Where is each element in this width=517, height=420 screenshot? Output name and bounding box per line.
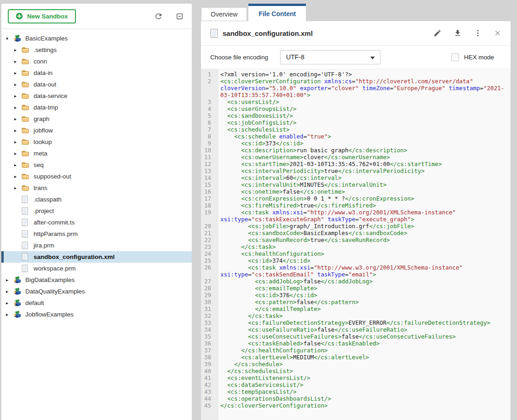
- tree-item-data-service[interactable]: ▸data-service: [1, 90, 192, 102]
- tab-file-content[interactable]: File Content: [248, 4, 306, 21]
- expand-arrow-icon[interactable]: ▸: [14, 59, 22, 64]
- tree-item-workspace.prm[interactable]: workspace.prm: [1, 263, 192, 274]
- expand-arrow-icon[interactable]: ▸: [14, 151, 22, 156]
- code-line: 35 <cs:useConsecutiveFailures>false</cs:…: [201, 333, 511, 340]
- expand-arrow-icon[interactable]: ▸: [14, 162, 22, 167]
- tree-item-graph[interactable]: ▸graph: [1, 113, 192, 125]
- line-number: 25: [201, 257, 215, 264]
- code-text: <?xml version='1.0' encoding='UTF-8'?>: [215, 71, 511, 78]
- new-sandbox-button[interactable]: New Sandbox: [8, 9, 76, 23]
- tree-item-seq[interactable]: ▸seq: [1, 159, 192, 171]
- tree-item-meta[interactable]: ▸meta: [1, 148, 192, 159]
- tree-item-httpParams.prm[interactable]: httpParams.prm: [1, 228, 192, 240]
- expand-arrow-icon[interactable]: ▸: [14, 139, 22, 144]
- tree-item-trans[interactable]: ▸trans: [1, 182, 192, 194]
- file-icon: [22, 196, 30, 203]
- tree-item-data-tmp[interactable]: ▸data-tmp: [1, 102, 192, 113]
- code-text: <cs:tempSpacesList/>: [215, 388, 511, 395]
- folder-icon: [22, 93, 30, 99]
- tree-item-default[interactable]: ▸default: [1, 297, 192, 309]
- expand-arrow-icon[interactable]: ▸: [14, 116, 22, 121]
- tree-item-label: sandbox_configuration.xml: [34, 253, 115, 260]
- folder-icon: [22, 173, 30, 179]
- code-text: <cs:useFailureRatio>false</cs:useFailure…: [215, 326, 511, 333]
- folder-icon: [22, 116, 30, 122]
- tree-item-lookup[interactable]: ▸lookup: [1, 136, 192, 148]
- code-line: 19 <cs:task xmlns:xsi="http://www.w3.org…: [201, 209, 511, 223]
- tree-item-supposed-out[interactable]: ▸supposed-out: [1, 171, 192, 182]
- tab-file-content-label: File Content: [258, 10, 296, 17]
- code-line: 14 <cs:interval>60</cs:interval>: [201, 174, 511, 181]
- tree-item-jira.prm[interactable]: jira.prm: [1, 240, 192, 251]
- expand-arrow-icon[interactable]: ▸: [14, 105, 22, 110]
- expand-arrow-icon[interactable]: ▸: [14, 93, 22, 98]
- tab-overview[interactable]: Overview: [201, 8, 247, 21]
- code-text: <cs:fireMisfired>true</cs:fireMisfired>: [215, 202, 511, 209]
- tree-item-BigDataExamples[interactable]: ▸BigDataExamples: [1, 274, 192, 286]
- tree-item-data-out[interactable]: ▸data-out: [1, 79, 192, 90]
- download-icon[interactable]: [454, 29, 462, 37]
- collapse-all-icon[interactable]: [176, 12, 184, 20]
- code-text: <cs:startTime>2021-03-10T13:35:45.762+01…: [215, 161, 511, 167]
- code-line: 40 </cs:schedulesList>: [201, 368, 511, 374]
- code-viewer[interactable]: 1<?xml version='1.0' encoding='UTF-8'?>2…: [201, 69, 511, 420]
- file-tree[interactable]: ▾BasicExamples▸.settings▸conn▸data-in▸da…: [1, 29, 192, 320]
- tree-item-.project[interactable]: .project: [1, 205, 192, 217]
- encoding-select[interactable]: UTF-8: [280, 50, 380, 64]
- line-number: 45: [201, 402, 215, 409]
- tree-item-BasicExamples[interactable]: ▾BasicExamples: [1, 33, 192, 44]
- tree-item-DataQualityExamples[interactable]: ▸DataQualityExamples: [1, 286, 192, 297]
- expand-arrow-icon[interactable]: ▸: [6, 312, 13, 317]
- folder-icon: [22, 150, 30, 156]
- file-icon: [22, 253, 30, 261]
- tree-item-after-commit.ts[interactable]: after-commit.ts: [1, 217, 192, 228]
- tree-item-label: data-in: [34, 69, 52, 76]
- sandbox-icon: [13, 311, 22, 318]
- tree-item-jobflow[interactable]: ▸jobflow: [1, 125, 192, 136]
- tree-item-.settings[interactable]: ▸.settings: [1, 44, 192, 56]
- expand-arrow-icon[interactable]: ▸: [14, 82, 22, 87]
- code-text: <cs:healthConfiguration>: [215, 250, 511, 257]
- expand-arrow-icon[interactable]: ▸: [6, 289, 13, 294]
- code-line: 10 <cs:description>run basic graph</cs:d…: [201, 147, 511, 154]
- tree-item-label: BasicExamples: [25, 35, 68, 42]
- expand-arrow-icon[interactable]: ▸: [14, 47, 22, 52]
- file-title: sandbox_configuration.xml: [223, 29, 313, 37]
- expand-arrow-icon[interactable]: ▸: [14, 174, 22, 179]
- code-line: 6 <cs:jobConfigsList/>: [201, 119, 511, 126]
- tree-item-sandbox_configuration.xml[interactable]: sandbox_configuration.xml: [1, 251, 192, 263]
- refresh-icon[interactable]: [154, 12, 163, 21]
- code-line: 27 <cs:addJobLog>false</cs:addJobLog>: [201, 278, 511, 285]
- collapse-arrow-icon[interactable]: ▾: [6, 36, 13, 41]
- code-text: <cs:ownerUsername>clover</cs:ownerUserna…: [215, 154, 511, 161]
- expand-arrow-icon[interactable]: ▸: [14, 128, 22, 133]
- folder-icon: [22, 47, 30, 53]
- tree-item-.classpath[interactable]: .classpath: [1, 194, 192, 205]
- folder-icon: [22, 104, 30, 110]
- expand-arrow-icon[interactable]: ▸: [14, 185, 22, 190]
- content-tabs: Overview File Content: [201, 2, 307, 21]
- line-number: 8: [201, 133, 215, 140]
- hex-mode-checkbox[interactable]: [451, 53, 459, 61]
- tree-item-JobflowExamples[interactable]: ▸JobflowExamples: [1, 309, 192, 320]
- line-number: 1: [201, 71, 215, 78]
- file-icon: [22, 230, 30, 238]
- code-text: <cs:cronExpression>0 0 1 * * ?</cs:cronE…: [215, 195, 511, 202]
- tree-item-conn[interactable]: ▸conn: [1, 56, 192, 67]
- line-number: 10: [201, 147, 215, 154]
- tree-item-data-in[interactable]: ▸data-in: [1, 67, 192, 79]
- close-icon[interactable]: [494, 29, 501, 37]
- code-line: 30 <cs:pattern>false</cs:pattern>: [201, 299, 511, 305]
- code-text: <cs:dataServicesList/>: [215, 381, 511, 388]
- code-line: 39 </cs:schedule>: [201, 361, 511, 368]
- more-icon[interactable]: [474, 29, 482, 37]
- expand-arrow-icon[interactable]: ▸: [6, 277, 13, 282]
- file-icon: [22, 242, 30, 249]
- tree-item-label: .project: [34, 207, 54, 214]
- edit-icon[interactable]: [433, 29, 442, 37]
- code-text: <cs:saveRunRecord>true</cs:saveRunRecord…: [215, 236, 511, 243]
- line-number: 23: [201, 243, 215, 250]
- expand-arrow-icon[interactable]: ▸: [14, 70, 22, 75]
- line-number: 14: [201, 174, 215, 181]
- expand-arrow-icon[interactable]: ▸: [6, 300, 13, 305]
